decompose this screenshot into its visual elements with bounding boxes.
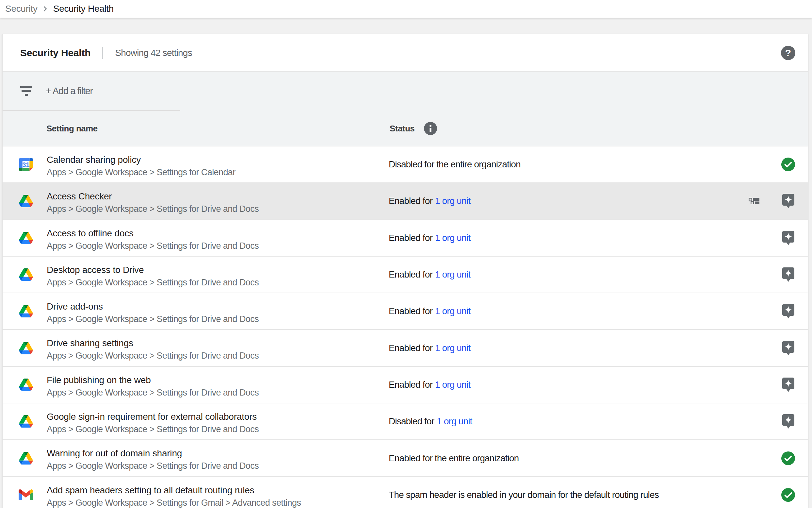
setting-text: Desktop access to Drive Apps > Google Wo… [47, 264, 259, 288]
setting-text: Add spam headers setting to all default … [47, 484, 301, 508]
setting-name: Desktop access to Drive [47, 264, 259, 276]
table-row[interactable]: File publishing on the web Apps > Google… [3, 366, 808, 403]
setting-path: Apps > Google Workspace > Settings for D… [47, 203, 259, 215]
card-header: Security Health Showing 42 settings ? [3, 34, 808, 71]
breadcrumb: Security Security Health [0, 0, 812, 18]
recommendation-badge-icon[interactable] [781, 415, 795, 428]
drive-app-icon [18, 267, 33, 282]
svg-text:31: 31 [22, 161, 30, 168]
drive-app-icon [18, 341, 33, 355]
add-filter-button[interactable]: + Add a filter [46, 86, 93, 96]
setting-text: Access Checker Apps > Google Workspace >… [47, 190, 259, 215]
setting-name: File publishing on the web [47, 374, 259, 386]
setting-name: Add spam headers setting to all default … [47, 484, 301, 497]
setting-path: Apps > Google Workspace > Settings for D… [47, 313, 259, 325]
table-header: Setting name Status [3, 111, 808, 146]
setting-text: File publishing on the web Apps > Google… [47, 374, 259, 398]
org-unit-link[interactable]: 1 org unit [435, 343, 470, 353]
breadcrumb-chevron-icon [41, 5, 49, 13]
setting-text: Google sign-in requirement for external … [47, 411, 259, 435]
setting-path: Apps > Google Workspace > Settings for D… [47, 350, 259, 362]
table-row[interactable]: Drive sharing settings Apps > Google Wor… [3, 329, 808, 366]
org-unit-link[interactable]: 1 org unit [435, 306, 470, 316]
setting-status: Enabled for 1 org unit [389, 293, 470, 329]
setting-text: Warning for out of domain sharing Apps >… [47, 447, 259, 472]
setting-name: Access to offline docs [47, 227, 259, 240]
breadcrumb-security-health: Security Health [53, 4, 114, 14]
filter-bar: + Add a filter [3, 72, 808, 110]
org-unit-link[interactable]: 1 org unit [437, 416, 472, 427]
setting-path: Apps > Google Workspace > Settings for D… [47, 423, 259, 435]
recommendation-badge-icon[interactable] [781, 268, 795, 282]
setting-name-column-header: Setting name [46, 123, 98, 133]
setting-path: Apps > Google Workspace > Settings for D… [47, 460, 259, 472]
recommendation-badge-icon[interactable] [781, 194, 795, 208]
setting-name: Google sign-in requirement for external … [47, 411, 259, 423]
status-text: Disabled for the entire organization [389, 159, 521, 170]
setting-text: Calendar sharing policy Apps > Google Wo… [47, 154, 236, 178]
status-text: Enabled for [389, 343, 432, 353]
settings-table-body: 31 Calendar sharing policy Apps > Google… [3, 146, 808, 508]
org-unit-link[interactable]: 1 org unit [435, 196, 470, 206]
setting-text: Drive sharing settings Apps > Google Wor… [47, 337, 259, 362]
security-health-card: Security Health Showing 42 settings ? + … [2, 34, 808, 508]
status-text: Disabled for [389, 416, 434, 427]
title-divider [102, 47, 103, 59]
org-unit-link[interactable]: 1 org unit [435, 380, 470, 390]
status-text: Enabled for the entire organization [389, 453, 519, 464]
setting-text: Access to offline docs Apps > Google Wor… [47, 227, 259, 252]
table-row[interactable]: Drive add-ons Apps > Google Workspace > … [3, 293, 808, 329]
table-row[interactable]: 31 Calendar sharing policy Apps > Google… [3, 146, 808, 182]
breadcrumb-security[interactable]: Security [5, 4, 38, 14]
status-text: Enabled for [389, 196, 432, 206]
filter-icon [20, 86, 32, 96]
drive-app-icon [18, 378, 33, 392]
status-ok-icon [781, 452, 795, 465]
drive-app-icon [18, 231, 33, 245]
recommendation-badge-icon[interactable] [781, 304, 795, 318]
table-row[interactable]: Desktop access to Drive Apps > Google Wo… [3, 256, 808, 293]
setting-path: Apps > Google Workspace > Settings for C… [47, 166, 236, 178]
filter-and-header-section: + Add a filter Setting name Status [3, 71, 808, 146]
drive-app-icon [18, 451, 33, 466]
setting-name: Drive add-ons [47, 300, 259, 313]
settings-count: Showing 42 settings [115, 48, 192, 58]
org-unit-link[interactable]: 1 org unit [435, 233, 470, 243]
setting-status: Enabled for 1 org unit [389, 220, 470, 256]
setting-name: Access Checker [47, 190, 259, 203]
drive-app-icon [18, 194, 33, 208]
setting-name: Warning for out of domain sharing [47, 447, 259, 460]
help-icon[interactable]: ? [781, 46, 795, 60]
status-text: Enabled for [389, 306, 432, 316]
setting-status: Disabled for 1 org unit [389, 404, 472, 439]
setting-status: Enabled for 1 org unit [389, 257, 470, 293]
org-unit-link[interactable]: 1 org unit [435, 269, 470, 280]
status-info-icon[interactable] [424, 122, 437, 135]
setting-status: The spam header is enabled in your domai… [389, 477, 659, 508]
setting-text: Drive add-ons Apps > Google Workspace > … [47, 300, 259, 325]
setting-path: Apps > Google Workspace > Settings for G… [47, 497, 301, 508]
setting-status: Enabled for 1 org unit [389, 330, 470, 366]
gmail-app-icon [18, 488, 33, 502]
setting-name: Calendar sharing policy [47, 154, 236, 166]
recommendation-badge-icon[interactable] [781, 231, 795, 245]
setting-status: Enabled for the entire organization [389, 440, 519, 476]
status-text: Enabled for [389, 269, 432, 280]
table-row[interactable]: Add spam headers setting to all default … [3, 476, 808, 508]
status-text: Enabled for [389, 233, 432, 243]
table-row[interactable]: Google sign-in requirement for external … [3, 403, 808, 439]
recommendation-badge-icon[interactable] [781, 378, 795, 392]
calendar-app-icon: 31 [18, 157, 33, 172]
table-row[interactable]: Warning for out of domain sharing Apps >… [3, 439, 808, 476]
status-ok-icon [781, 488, 795, 502]
view-details-icon[interactable] [749, 198, 759, 204]
setting-name: Drive sharing settings [47, 337, 259, 349]
drive-app-icon [18, 304, 33, 319]
setting-path: Apps > Google Workspace > Settings for D… [47, 240, 259, 252]
setting-path: Apps > Google Workspace > Settings for D… [47, 277, 259, 288]
table-row[interactable]: Access Checker Apps > Google Workspace >… [3, 182, 808, 219]
table-row[interactable]: Access to offline docs Apps > Google Wor… [3, 219, 808, 256]
recommendation-badge-icon[interactable] [781, 341, 795, 355]
setting-status: Disabled for the entire organization [389, 146, 521, 182]
status-column-header: Status [390, 123, 415, 133]
